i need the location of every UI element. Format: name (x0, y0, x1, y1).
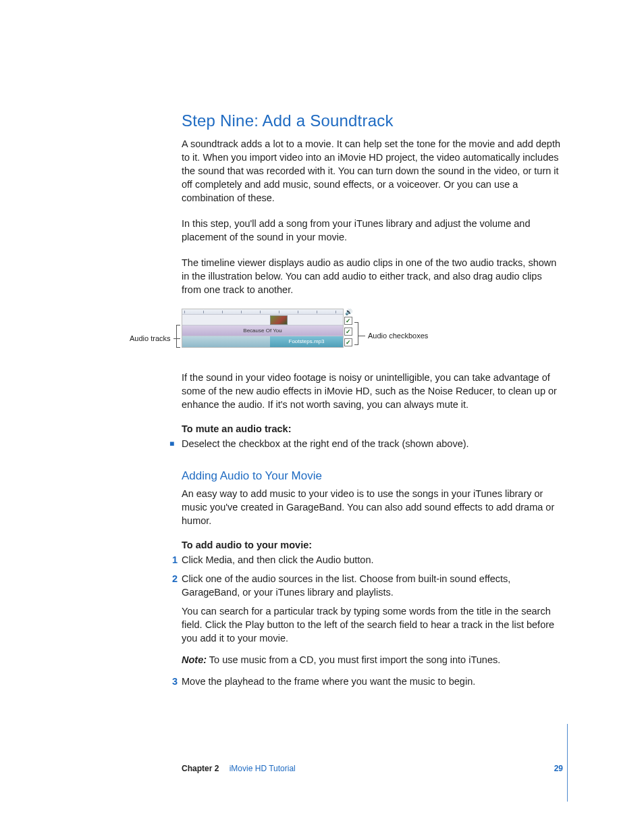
step-number: 2 (169, 572, 182, 599)
step-detail: You can search for a particular track by… (182, 604, 563, 645)
video-clip-thumbnail (270, 315, 288, 325)
chapter-title: iMovie HD Tutorial (230, 764, 296, 773)
step-item: 3 Move the playhead to the frame where y… (182, 675, 563, 688)
track-checkbox[interactable]: ✓ (344, 317, 352, 325)
bullet-icon: ■ (169, 437, 182, 450)
callout-label: Audio checkboxes (368, 332, 428, 340)
page-number: 29 (554, 764, 563, 773)
checkbox-column: 🔊 ✓ ✓ ✓ (344, 309, 354, 349)
note-label: Note: (182, 654, 207, 665)
body-paragraph: If the sound in your video footage is no… (182, 371, 563, 411)
task-heading: To add audio to your movie: (182, 540, 563, 550)
task-heading: To mute an audio track: (182, 423, 563, 434)
bullet-text: Deselect the checkbox at the right end o… (182, 437, 563, 450)
speaker-icon: 🔊 (344, 309, 352, 315)
page-content: Step Nine: Add a Soundtrack A soundtrack… (182, 111, 563, 694)
note: Note: To use music from a CD, you must f… (182, 653, 563, 667)
section-heading: Step Nine: Add a Soundtrack (182, 111, 563, 130)
audio-track-1: Because Of You (182, 325, 343, 336)
step-text: Click one of the audio sources in the li… (182, 572, 563, 599)
leader-line (358, 336, 365, 336)
track-checkbox[interactable]: ✓ (344, 328, 352, 336)
body-paragraph: The timeline viewer displays audio as au… (182, 256, 563, 296)
step-text: Click Media, and then click the Audio bu… (182, 553, 563, 567)
callout-audio-tracks: Audio tracks (130, 334, 180, 342)
note-text: To use music from a CD, you must first i… (207, 654, 500, 665)
audio-clip: Footsteps.mp3 (270, 336, 343, 347)
timeline-viewer: Because Of You Footsteps.mp3 (182, 309, 344, 348)
timeline-ruler (182, 309, 343, 315)
video-track (182, 315, 343, 325)
step-item: 2 Click one of the audio sources in the … (182, 572, 563, 599)
bracket-icon (176, 325, 180, 348)
subsection-heading: Adding Audio to Your Movie (182, 469, 563, 483)
audio-clip-label: Because Of You (243, 328, 281, 334)
chapter-label: Chapter 2 (182, 764, 219, 773)
step-number: 1 (169, 553, 182, 567)
page-footer: Chapter 2 iMovie HD Tutorial 29 (182, 764, 563, 773)
step-number: 3 (169, 675, 182, 688)
body-paragraph: In this step, you'll add a song from you… (182, 217, 563, 244)
body-paragraph: An easy way to add music to your video i… (182, 487, 563, 527)
footer-left: Chapter 2 iMovie HD Tutorial (182, 764, 296, 773)
page-edge-rule (567, 724, 568, 802)
bullet-item: ■ Deselect the checkbox at the right end… (182, 437, 563, 450)
track-checkbox[interactable]: ✓ (344, 338, 352, 346)
step-text: Move the playhead to the frame where you… (182, 675, 563, 688)
audio-track-2: Footsteps.mp3 (182, 336, 343, 347)
audio-clip-label: Footsteps.mp3 (289, 338, 325, 344)
step-item: 1 Click Media, and then click the Audio … (182, 553, 563, 567)
timeline-illustration: Audio tracks Because Of You Footsteps.mp… (182, 309, 563, 356)
body-paragraph: A soundtrack adds a lot to a movie. It c… (182, 137, 563, 205)
callout-audio-checkboxes: Audio checkboxes (358, 332, 428, 340)
callout-label: Audio tracks (130, 334, 171, 342)
